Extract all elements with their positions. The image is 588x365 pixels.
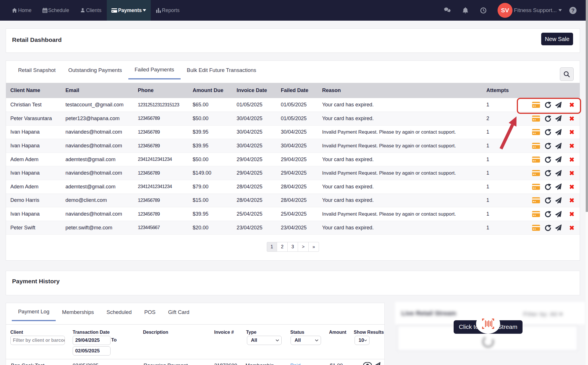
svg-text:?: ? bbox=[571, 7, 575, 13]
